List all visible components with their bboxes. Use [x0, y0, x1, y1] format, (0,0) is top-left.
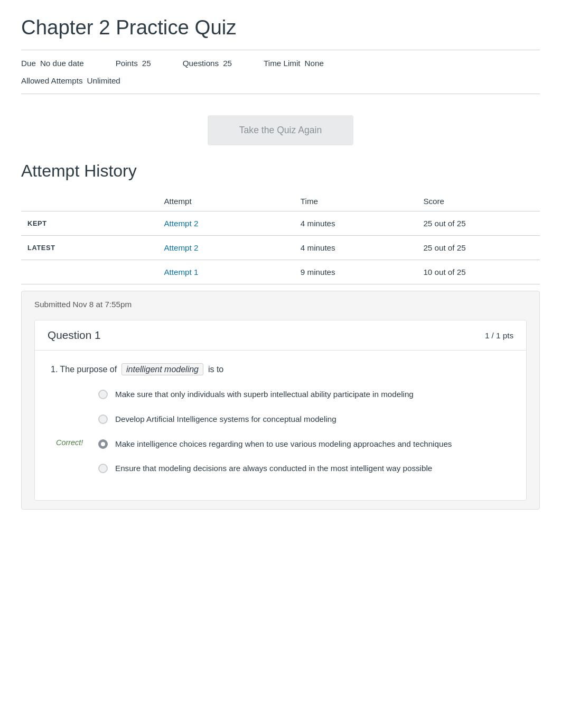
attempt-time: 4 minutes — [294, 211, 417, 236]
submission-date: Submitted Nov 8 at 7:55pm — [34, 300, 132, 309]
attempt-history-title: Attempt History — [21, 161, 540, 181]
col-header-time: Time — [294, 191, 417, 211]
take-quiz-section: Take the Quiz Again — [21, 94, 540, 161]
correct-label: Correct! — [56, 438, 83, 447]
table-row: LATEST Attempt 2 4 minutes 25 out of 25 — [21, 236, 540, 260]
quiz-meta: Due No due date Points 25 Questions 25 T… — [21, 50, 540, 94]
attempt-score: 10 out of 25 — [417, 260, 540, 284]
answer-text-0: Make sure that only individuals with sup… — [115, 389, 414, 401]
question-suffix: is to — [208, 365, 223, 374]
points-value: 25 — [142, 59, 151, 68]
question-header: Question 1 1 / 1 pts — [35, 320, 526, 350]
attempt-history-table: Attempt Time Score KEPT Attempt 2 4 minu… — [21, 191, 540, 284]
answer-text-2: Make intelligence choices regarding when… — [115, 438, 452, 450]
answer-option: Make sure that only individuals with sup… — [93, 389, 510, 401]
question-title: Question 1 — [48, 329, 101, 342]
answer-text-3: Ensure that modeling decisions are alway… — [115, 463, 432, 475]
table-row: KEPT Attempt 2 4 minutes 25 out of 25 — [21, 211, 540, 236]
attempt-link-cell[interactable]: Attempt 2 — [157, 211, 294, 236]
question-blank: intelligent modeling — [121, 363, 203, 375]
questions-value: 25 — [223, 59, 232, 68]
col-header-attempt: Attempt — [157, 191, 294, 211]
answer-option: Ensure that modeling decisions are alway… — [93, 463, 510, 475]
attempt-score: 25 out of 25 — [417, 236, 540, 260]
attempt-time: 9 minutes — [294, 260, 417, 284]
question-body: 1. The purpose of intelligent modeling i… — [35, 350, 526, 500]
question-prefix: The purpose of — [60, 365, 117, 374]
col-header-label — [21, 191, 157, 211]
time-limit-value: None — [305, 59, 324, 68]
allowed-attempts-label: Allowed Attempts — [21, 76, 83, 85]
questions-label: Questions — [183, 59, 219, 68]
radio-circle-2[interactable] — [98, 439, 108, 449]
due-label: Due — [21, 59, 36, 68]
time-limit-label: Time Limit — [264, 59, 300, 68]
points-label: Points — [116, 59, 138, 68]
attempt-label: KEPT — [21, 211, 157, 236]
attempt-time: 4 minutes — [294, 236, 417, 260]
attempt-link[interactable]: Attempt 2 — [164, 219, 198, 228]
radio-circle-3[interactable] — [98, 464, 108, 473]
attempt-score: 25 out of 25 — [417, 211, 540, 236]
attempt-label: LATEST — [21, 236, 157, 260]
due-value: No due date — [40, 59, 84, 68]
question-pts: 1 / 1 pts — [485, 331, 513, 340]
answer-text-1: Develop Artificial Intelligence systems … — [115, 413, 336, 426]
radio-circle-0[interactable] — [98, 390, 108, 399]
answer-option: Develop Artificial Intelligence systems … — [93, 413, 510, 426]
submission-section: Submitted Nov 8 at 7:55pm Question 1 1 /… — [21, 291, 540, 510]
attempt-link[interactable]: Attempt 2 — [164, 243, 198, 252]
allowed-attempts-value: Unlimited — [87, 76, 120, 85]
page-title: Chapter 2 Practice Quiz — [21, 16, 540, 39]
question-text: 1. The purpose of intelligent modeling i… — [51, 363, 510, 376]
question-block: Question 1 1 / 1 pts 1. The purpose of i… — [34, 320, 527, 501]
attempt-link-cell[interactable]: Attempt 2 — [157, 236, 294, 260]
table-row: Attempt 1 9 minutes 10 out of 25 — [21, 260, 540, 284]
radio-circle-1[interactable] — [98, 414, 108, 424]
question-number: 1. — [51, 365, 58, 374]
attempt-link[interactable]: Attempt 1 — [164, 268, 198, 277]
col-header-score: Score — [417, 191, 540, 211]
answer-option: Correct! Make intelligence choices regar… — [93, 438, 510, 450]
take-quiz-button[interactable]: Take the Quiz Again — [208, 115, 354, 145]
attempt-label — [21, 260, 157, 284]
attempt-link-cell[interactable]: Attempt 1 — [157, 260, 294, 284]
